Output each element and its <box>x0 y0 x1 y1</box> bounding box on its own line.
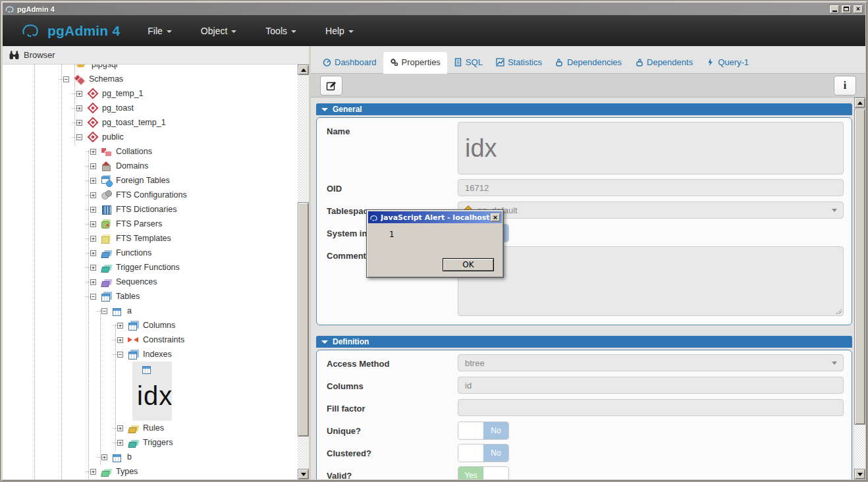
tab-query-1[interactable]: Query-1 <box>699 52 755 73</box>
select-tablespace[interactable]: pg_default <box>458 201 844 219</box>
tree-item-trigger-functions[interactable]: +Trigger Functions <box>3 260 298 275</box>
tree-expander-plus[interactable]: + <box>90 250 96 256</box>
field-oid[interactable]: 16712 <box>458 179 844 196</box>
tree-scrollbar[interactable] <box>298 65 309 479</box>
menu-tools[interactable]: Tools <box>265 26 296 36</box>
properties-scroll-up-button[interactable] <box>854 97 865 108</box>
tab-dependencies[interactable]: Dependencies <box>549 52 628 73</box>
tree-scrollbar-thumb[interactable] <box>298 202 309 437</box>
tree-expander-plus[interactable]: + <box>90 265 96 271</box>
tree-connector <box>72 137 76 138</box>
properties-scrollbar[interactable] <box>854 97 865 479</box>
tree-expander-plus[interactable]: + <box>117 440 123 446</box>
tree-item-sequences[interactable]: +Sequences <box>3 275 298 289</box>
tree-expander-plus[interactable]: + <box>90 163 96 169</box>
properties-scroll-down-button[interactable] <box>854 469 865 479</box>
resize-grip-icon[interactable] <box>836 308 842 314</box>
alert-ok-button[interactable]: OK <box>443 258 494 271</box>
tree-expander-plus[interactable]: + <box>117 425 123 431</box>
tree-item-tables[interactable]: −Tables <box>3 289 298 304</box>
tree-expander-minus[interactable]: − <box>101 308 107 314</box>
toggle-unique-[interactable]: No <box>458 421 509 440</box>
tree-item-constraints[interactable]: +Constraints <box>3 333 298 347</box>
tree-item-idx-selected[interactable]: idx <box>132 362 172 421</box>
tree-item-label: a <box>127 306 132 315</box>
tree-item-a[interactable]: −a <box>3 304 298 318</box>
tree-expander-plus[interactable]: + <box>90 207 96 213</box>
alert-close-button[interactable]: × <box>490 213 501 222</box>
toggle-valid-[interactable]: Yes <box>458 466 509 479</box>
tree-expander-plus[interactable]: + <box>90 192 96 198</box>
tree-expander-plus[interactable]: + <box>76 120 82 126</box>
tree-item-fts-templates[interactable]: +FTS Templates <box>3 231 298 246</box>
tree-expander-minus[interactable]: − <box>117 352 123 358</box>
toggle-clustered-[interactable]: No <box>458 444 509 462</box>
tree-item-domains[interactable]: +Domains <box>3 159 298 173</box>
menu-help[interactable]: Help <box>325 26 354 36</box>
tree-item-plpgsql[interactable]: plpgsql <box>3 65 298 72</box>
tree-item-fts-parsers[interactable]: +FTS Parsers <box>3 217 298 231</box>
tree-item-label: FTS Templates <box>116 234 171 243</box>
tab-sql[interactable]: SQL <box>447 52 489 73</box>
tab-statistics[interactable]: Statistics <box>489 52 549 73</box>
tree-item-fts-dictionaries[interactable]: +FTS Dictionaries <box>3 202 298 217</box>
tree-item-indexes[interactable]: −Indexes <box>3 347 298 362</box>
section-header-general[interactable]: General <box>316 103 852 115</box>
properties-scrollbar-thumb[interactable] <box>854 109 865 425</box>
tree-expander-plus[interactable]: + <box>117 337 123 343</box>
tree-expander-plus[interactable]: + <box>117 323 123 329</box>
tree-item-label: Constraints <box>143 335 184 344</box>
close-button[interactable]: × <box>853 5 863 14</box>
alert-pgadmin-icon <box>369 213 378 221</box>
language-icon <box>76 65 88 70</box>
comment-textarea[interactable] <box>458 246 844 316</box>
tree-expander-minus[interactable]: − <box>90 294 96 300</box>
tree-item-label: Sequences <box>116 277 157 286</box>
tree-item-pg-temp-1[interactable]: +pg_temp_1 <box>3 86 298 101</box>
tree-scroll-up-button[interactable] <box>298 65 309 75</box>
tree-item-fts-configurations[interactable]: +FTS Configurations <box>3 188 298 202</box>
section-header-definition[interactable]: Definition <box>316 336 852 348</box>
tree-expander-plus[interactable]: + <box>90 221 96 227</box>
tree-expander-plus[interactable]: + <box>90 469 96 475</box>
tree-expander-minus[interactable]: − <box>76 134 82 140</box>
dashboard-icon <box>323 58 331 67</box>
maximize-button[interactable] <box>841 5 852 14</box>
object-browser-tree: plpgsql−Schemas+pg_temp_1+pg_toast+pg_to… <box>3 65 298 479</box>
edit-object-button[interactable] <box>320 76 342 95</box>
tree-expander-minus[interactable]: − <box>63 76 69 82</box>
info-button[interactable]: i <box>834 76 856 95</box>
tree-item-triggers[interactable]: +Triggers <box>3 435 298 450</box>
field-fill-factor[interactable] <box>458 399 844 416</box>
tab-dependents[interactable]: Dependents <box>628 52 699 73</box>
tree-scroll-down-button[interactable] <box>298 469 309 479</box>
tree-expander-plus[interactable]: + <box>90 149 96 155</box>
name-field[interactable]: idx <box>458 122 844 174</box>
tree-expander-plus[interactable]: + <box>90 178 96 184</box>
tab-properties[interactable]: Properties <box>383 52 447 74</box>
tree-item-columns[interactable]: +Columns <box>3 318 298 333</box>
tree-item-rules[interactable]: +Rules <box>3 421 298 435</box>
tree-item-foreign-tables[interactable]: +Foreign Tables <box>3 173 298 188</box>
alert-dialog-titlebar[interactable]: JavaScript Alert - localhost × <box>368 211 502 223</box>
select-access-method[interactable]: btree <box>458 354 844 371</box>
menu-file[interactable]: File <box>148 26 172 36</box>
tree-expander-plus[interactable]: + <box>76 91 82 97</box>
tree-item-b[interactable]: +b <box>3 450 298 464</box>
tree-expander-plus[interactable]: + <box>76 105 82 111</box>
tree-item-public[interactable]: −public <box>3 130 298 144</box>
field-columns[interactable]: id <box>458 377 844 394</box>
tree-item-pg-toast[interactable]: +pg_toast <box>3 101 298 115</box>
menu-object[interactable]: Object <box>201 26 236 36</box>
minimize-button[interactable] <box>829 5 840 14</box>
tree-item-functions[interactable]: +Functions <box>3 246 298 260</box>
tree-item-schemas[interactable]: −Schemas <box>3 72 298 86</box>
tab-dashboard[interactable]: Dashboard <box>316 52 383 73</box>
tree-expander-plus[interactable]: + <box>101 454 107 460</box>
tree-item-collations[interactable]: +Collations <box>3 144 298 159</box>
tree-item-types[interactable]: +Types <box>3 464 298 479</box>
tree-item-label: pg_toast <box>102 103 134 113</box>
tree-expander-plus[interactable]: + <box>90 236 96 242</box>
tree-expander-plus[interactable]: + <box>90 279 96 285</box>
tree-item-pg-toast-temp-1[interactable]: +pg_toast_temp_1 <box>3 115 298 130</box>
